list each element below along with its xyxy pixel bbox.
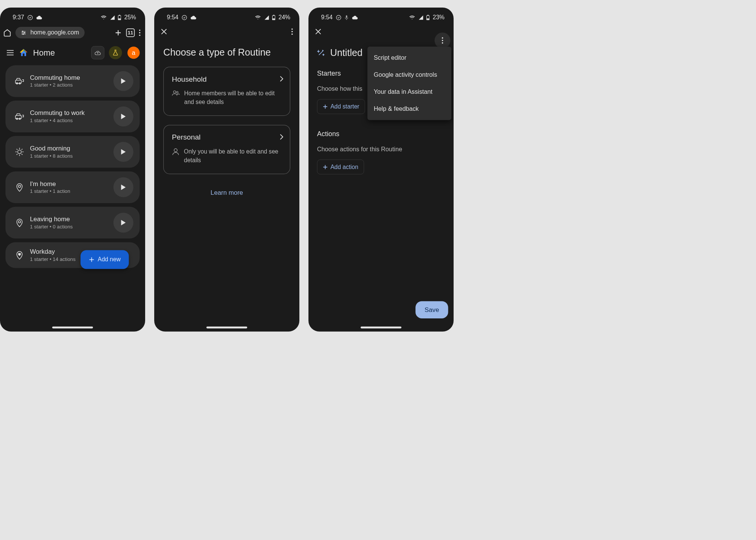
svg-rect-21 xyxy=(273,19,275,19)
status-time: 9:37 xyxy=(13,14,24,21)
type-card-household[interactable]: Household Home members will be able to e… xyxy=(163,67,290,116)
add-starter-button[interactable]: Add starter xyxy=(317,99,365,114)
overflow-icon[interactable] xyxy=(291,28,293,35)
wand-icon xyxy=(317,49,325,57)
phone-edit-routine: 9:54 23% Untitled Starters Choose how th… xyxy=(308,8,454,332)
home-icon[interactable] xyxy=(3,29,11,37)
app-bar: Home a xyxy=(0,42,145,64)
signal-icon xyxy=(264,15,269,20)
labs-button[interactable] xyxy=(109,46,122,59)
play-icon xyxy=(121,78,126,84)
chevron-right-icon xyxy=(279,133,284,140)
overflow-button[interactable] xyxy=(435,33,451,48)
fab-label: Add new xyxy=(98,256,121,263)
svg-point-19 xyxy=(182,15,187,20)
overflow-icon[interactable] xyxy=(139,29,141,36)
nav-handle[interactable] xyxy=(206,327,247,329)
actions-subtitle: Choose actions for this Routine xyxy=(317,146,445,153)
url-text: home.google.com xyxy=(30,29,79,36)
status-time: 9:54 xyxy=(321,14,333,21)
new-tab-icon[interactable] xyxy=(114,29,122,36)
routine-subtitle: 1 starter • 0 actions xyxy=(30,224,108,230)
menu-item-your-data[interactable]: Your data in Assistant xyxy=(367,83,451,100)
flask-icon xyxy=(113,50,119,56)
cloud-icon xyxy=(352,15,358,20)
routine-card[interactable]: Commuting home 1 starter • 2 actions xyxy=(5,65,139,97)
svg-rect-22 xyxy=(273,15,274,16)
routine-title: I'm home xyxy=(30,180,108,188)
routine-card[interactable]: I'm home 1 starter • 1 action xyxy=(5,171,139,203)
menu-item-activity-controls[interactable]: Google activity controls xyxy=(367,66,451,83)
phone-choose-type: 9:54 24% Choose a type of Routine Househ… xyxy=(154,8,299,332)
play-icon xyxy=(121,219,126,226)
routine-list: Commuting home 1 starter • 2 actions Com… xyxy=(0,64,145,275)
cloud-upload-button[interactable] xyxy=(91,46,104,59)
cloud-up-icon xyxy=(94,50,101,55)
routine-title: Commuting home xyxy=(30,74,108,81)
svg-point-17 xyxy=(19,185,21,188)
close-icon[interactable] xyxy=(315,28,322,35)
svg-point-4 xyxy=(22,31,23,32)
routine-name[interactable]: Untitled xyxy=(330,47,363,58)
svg-point-8 xyxy=(139,32,141,34)
type-card-personal[interactable]: Personal Only you will be able to edit a… xyxy=(163,125,290,174)
svg-rect-32 xyxy=(427,19,429,19)
svg-point-29 xyxy=(336,15,341,20)
routine-subtitle: 1 starter • 1 action xyxy=(30,188,108,194)
google-home-logo-icon xyxy=(19,48,28,57)
play-icon xyxy=(121,149,126,155)
play-button[interactable] xyxy=(113,107,133,127)
routine-subtitle: 1 starter • 2 actions xyxy=(30,82,108,88)
url-bar[interactable]: home.google.com xyxy=(15,27,85,39)
status-bar: 9:54 23% xyxy=(308,8,454,23)
car-icon xyxy=(15,113,24,120)
modal-toolbar xyxy=(154,23,299,40)
add-action-button[interactable]: Add action xyxy=(317,160,364,174)
nav-handle[interactable] xyxy=(52,327,93,329)
check-circle-icon xyxy=(336,15,341,20)
svg-point-34 xyxy=(442,37,443,39)
svg-point-7 xyxy=(139,29,141,31)
svg-point-23 xyxy=(291,28,293,30)
people-icon xyxy=(172,89,180,97)
svg-rect-2 xyxy=(119,19,121,19)
svg-point-35 xyxy=(442,40,443,41)
add-new-fab[interactable]: Add new xyxy=(81,250,129,269)
svg-point-26 xyxy=(174,91,176,93)
pin-icon xyxy=(16,218,23,227)
routine-card[interactable]: Leaving home 1 starter • 0 actions xyxy=(5,207,139,239)
screen-title: Choose a type of Routine xyxy=(154,40,299,67)
menu-item-help-feedback[interactable]: Help & feedback xyxy=(367,100,451,117)
nav-handle[interactable] xyxy=(361,327,401,329)
modal-toolbar xyxy=(308,23,454,40)
play-button[interactable] xyxy=(113,213,133,233)
learn-more-link[interactable]: Learn more xyxy=(154,189,299,196)
battery-pct: 24% xyxy=(279,14,290,21)
pin-icon xyxy=(16,183,23,192)
svg-rect-3 xyxy=(119,15,120,16)
close-icon[interactable] xyxy=(161,28,167,35)
menu-item-script-editor[interactable]: Script editor xyxy=(367,49,451,66)
svg-point-24 xyxy=(291,31,293,33)
tab-switcher[interactable]: 11 xyxy=(126,28,135,37)
play-button[interactable] xyxy=(113,177,133,197)
routine-card[interactable]: Good morning 1 starter • 8 actions xyxy=(5,136,139,168)
person-icon xyxy=(172,147,180,156)
browser-toolbar: home.google.com 11 xyxy=(0,23,145,42)
signal-icon xyxy=(110,15,115,20)
routine-title: Commuting to work xyxy=(30,109,108,116)
hamburger-icon[interactable] xyxy=(6,50,14,56)
wifi-icon xyxy=(255,15,261,20)
cloud-icon xyxy=(36,15,42,20)
routine-card[interactable]: Commuting to work 1 starter • 4 actions xyxy=(5,101,139,132)
svg-point-6 xyxy=(23,34,23,34)
car-icon xyxy=(15,78,24,85)
play-button[interactable] xyxy=(113,71,133,91)
account-avatar[interactable]: a xyxy=(127,46,141,60)
play-icon xyxy=(121,113,126,120)
routine-title: Leaving home xyxy=(30,216,108,223)
save-button[interactable]: Save xyxy=(415,301,448,318)
play-button[interactable] xyxy=(113,142,133,162)
check-circle-icon xyxy=(181,15,187,20)
wifi-icon xyxy=(101,15,107,20)
